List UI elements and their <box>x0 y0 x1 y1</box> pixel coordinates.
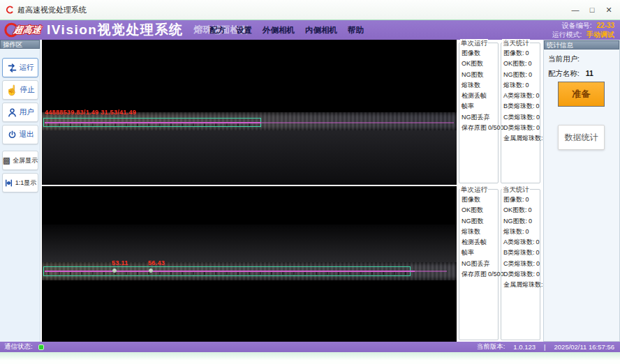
stat-row: 图像数:0 <box>501 195 540 205</box>
stat-row: 保存原图0/500 <box>459 269 498 280</box>
menu-outer-camera[interactable]: 外侧相机 <box>263 25 295 36</box>
info-panel-title: 统计信息 <box>544 40 619 50</box>
stat-row: 熔珠数:0 <box>501 227 540 237</box>
defect-marker <box>149 268 153 273</box>
menu-settings[interactable]: 设置 <box>236 25 252 36</box>
run-button[interactable]: 运行 <box>2 58 38 77</box>
single-run-groupbox: 单次运行 图像数 OK图数 NG图数 熔珠数 检测丢帧 帧率 NG图丢弃 保存原… <box>459 43 499 183</box>
status-bar: 通信状态: 当前版本: 1.0.123 | 2025/02/11 16:57:5… <box>0 342 620 352</box>
recipe-name-value: 11 <box>586 69 593 77</box>
stat-row: NG图丢弃 <box>459 112 498 123</box>
brand-logo-text: 超高速 <box>13 24 42 36</box>
stat-row: B类熔珠数:0 <box>501 101 540 112</box>
stat-row: NG图数 <box>459 216 498 227</box>
stop-button-label: 停止 <box>20 85 35 95</box>
window-title: 超高速视觉处理系统 <box>17 5 87 15</box>
stat-row: OK图数:0 <box>501 205 540 215</box>
stat-row: NG图数:0 <box>501 70 540 80</box>
fullscreen-button-label: 全屏显示 <box>13 156 38 165</box>
run-mode-value: 手动调试 <box>586 31 614 38</box>
hand-icon: ☝ <box>6 85 17 95</box>
stat-row: 金属屑熔珠数:0 <box>501 280 540 290</box>
stat-row: NG图数 <box>459 70 498 80</box>
stat-row: 图像数:0 <box>501 48 540 59</box>
app-header: 超高速 IVision视觉处理系统 熔珠端面检测 配方 设置 外侧相机 内侧相机… <box>0 20 620 40</box>
stat-row: 帧率 <box>459 101 498 112</box>
one-to-one-button[interactable]: 1:1显示 <box>2 173 38 192</box>
stat-row: 熔珠数:0 <box>501 80 540 91</box>
comm-status-label: 通信状态: <box>4 342 33 351</box>
stat-row: NG图丢弃 <box>459 259 498 269</box>
menu-recipe[interactable]: 配方 <box>209 25 226 36</box>
stat-row: 检测丢帧 <box>459 91 498 101</box>
daily-stats-groupbox: 当天统计 图像数:0 OK图数:0 NG图数:0 熔珠数:0 A类熔珠数:0 B… <box>501 189 540 340</box>
data-statistics-button[interactable]: 数据统计 <box>558 125 605 150</box>
stat-row: 帧率 <box>459 248 498 258</box>
stat-row: NG图数:0 <box>501 216 540 227</box>
datetime-value: 2025/02/11 16:57:56 <box>554 343 614 351</box>
stat-row: D类熔珠数:0 <box>501 269 540 280</box>
menu-bar: 配方 设置 外侧相机 内侧相机 帮助 <box>209 20 364 40</box>
stat-row: C类熔珠数:0 <box>501 259 540 269</box>
power-icon <box>7 130 17 140</box>
measurement-line <box>45 271 447 272</box>
stats-section-bottom: 单次运行 图像数 OK图数 NG图数 熔珠数 检测丢帧 帧率 NG图丢弃 保存原… <box>459 186 542 342</box>
fullscreen-grid-icon: ▩ <box>3 156 10 165</box>
measurement-annotation: 44888539.83/1.49 31.53/41.49 <box>45 109 136 116</box>
status-separator: | <box>544 343 545 351</box>
daily-stats-title: 当天统计 <box>502 39 530 48</box>
current-user-label: 当前用户: <box>548 54 580 63</box>
run-icon <box>7 63 17 73</box>
measurement-line <box>45 122 454 123</box>
daily-stats-title: 当天统计 <box>502 185 530 195</box>
stat-row: 保存原图0/500 <box>459 123 498 133</box>
stat-row: 熔珠数 <box>459 227 498 237</box>
recipe-name-label: 配方名称: <box>548 69 580 77</box>
window-controls: — □ ✕ <box>567 0 617 20</box>
sidebar-buttons: 运行 ☝ 停止 用户 <box>2 58 38 192</box>
stat-row: 金属屑熔珠数:0 <box>501 133 540 144</box>
single-run-title: 单次运行 <box>460 39 488 48</box>
statistics-info-panel: 统计信息 当前用户: 配方名称: 11 准备 数据统计 <box>543 40 620 342</box>
maximize-icon[interactable]: □ <box>584 6 600 14</box>
device-id-value: 22-33 <box>596 22 614 29</box>
stat-row: 图像数 <box>459 195 498 205</box>
stat-row: 图像数 <box>459 48 498 59</box>
window-bottom-edge <box>0 352 620 364</box>
status-bar-right: 当前版本: 1.0.123 | 2025/02/11 16:57:56 <box>477 342 614 352</box>
stop-button[interactable]: ☝ 停止 <box>2 80 38 100</box>
stat-row: A类熔珠数:0 <box>501 237 540 248</box>
device-id-label: 设备编号: <box>562 22 592 29</box>
stat-row: D类熔珠数:0 <box>501 123 540 133</box>
stat-row: A类熔珠数:0 <box>501 91 540 101</box>
menu-help[interactable]: 帮助 <box>348 25 364 36</box>
one-to-one-button-label: 1:1显示 <box>15 179 37 188</box>
daily-stats-groupbox: 当天统计 图像数:0 OK图数:0 NG图数:0 熔珠数:0 A类熔珠数:0 B… <box>501 43 540 183</box>
app-window: 超高速视觉处理系统 — □ ✕ 超高速 IVision视觉处理系统 熔珠端面检测… <box>0 0 620 364</box>
operation-sidebar: 操作区 运行 ☝ 停止 <box>0 40 40 342</box>
prepare-button[interactable]: 准备 <box>558 82 605 107</box>
stat-row: 熔珠数 <box>459 80 498 91</box>
app-logo-icon <box>6 6 14 14</box>
page-title: IVision视觉处理系统 <box>47 21 183 39</box>
one-to-one-icon <box>4 179 13 188</box>
current-user-row: 当前用户: <box>548 54 619 64</box>
camera-top-lower-region <box>42 130 457 185</box>
camera-bottom-upper-region <box>42 225 457 262</box>
fullscreen-button[interactable]: ▩ 全屏显示 <box>2 151 38 170</box>
device-info: 设备编号: 22-33 运行模式: 手动调试 <box>552 22 614 39</box>
comm-status-indicator <box>38 344 44 350</box>
single-run-groupbox: 单次运行 图像数 OK图数 NG图数 熔珠数 检测丢帧 帧率 NG图丢弃 保存原… <box>459 189 499 340</box>
menu-inner-camera[interactable]: 内侧相机 <box>305 25 337 36</box>
run-mode-label: 运行模式: <box>552 31 582 38</box>
exit-button[interactable]: 退出 <box>2 125 38 144</box>
user-button[interactable]: 用户 <box>2 103 38 122</box>
close-icon[interactable]: ✕ <box>600 6 617 15</box>
sidebar-title: 操作区 <box>0 40 40 49</box>
stat-row: 检测丢帧 <box>459 237 498 248</box>
run-button-label: 运行 <box>20 63 34 73</box>
exit-button-label: 退出 <box>20 130 34 139</box>
user-button-label: 用户 <box>20 107 34 117</box>
camera-view-top: 44888539.83/1.49 31.53/41.49 <box>42 40 457 185</box>
minimize-icon[interactable]: — <box>567 6 584 14</box>
